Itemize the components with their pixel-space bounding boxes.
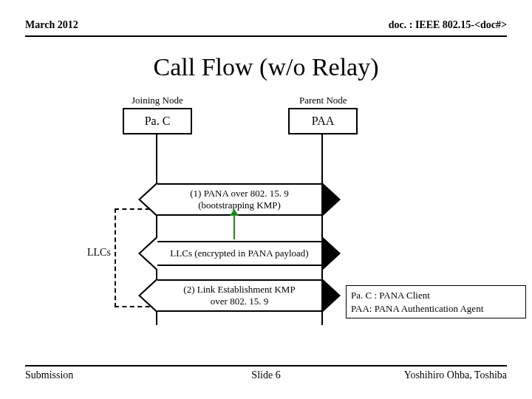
parent-node-label: Parent Node: [299, 95, 347, 106]
footer-center: Slide 6: [25, 369, 507, 381]
pac-box-text: Pa. C: [145, 115, 171, 128]
footer-rule: [25, 365, 507, 366]
legend-paa: PAA: PANA Authentication Agent: [351, 302, 521, 316]
llcs-label: LLCs: [87, 247, 111, 259]
slide: March 2012 doc. : IEEE 802.15-<doc#> Cal…: [0, 0, 532, 399]
pac-box: Pa. C: [123, 108, 192, 134]
joining-node-label: Joining Node: [132, 95, 183, 106]
header-rule: [25, 35, 507, 37]
legend-pac: Pa. C : PANA Client: [351, 289, 521, 302]
header-date: March 2012: [25, 19, 78, 31]
paa-box: PAA: [288, 108, 358, 134]
arrow-llcs-encrypted: LLCs (encrypted in PANA payload): [157, 241, 321, 266]
paa-box-text: PAA: [312, 115, 335, 128]
arrow-link-kmp: (2) Link Establishment KMP over 802. 15.…: [157, 279, 321, 312]
arrow-llcs-encrypted-text: LLCs (encrypted in PANA payload): [170, 248, 308, 259]
arrow-link-kmp-text: (2) Link Establishment KMP over 802. 15.…: [183, 284, 295, 307]
arrow-pana-bootstrap-text: (1) PANA over 802. 15. 9 (bootstrapping …: [190, 188, 289, 211]
footer: Submission Slide 6 Yoshihiro Ohba, Toshi…: [25, 369, 507, 381]
header-doc: doc. : IEEE 802.15-<doc#>: [389, 19, 507, 31]
arrow-pana-bootstrap: (1) PANA over 802. 15. 9 (bootstrapping …: [157, 183, 321, 216]
legend-box: Pa. C : PANA Client PAA: PANA Authentica…: [346, 285, 526, 318]
green-pointer-icon: [233, 214, 235, 239]
slide-title: Call Flow (w/o Relay): [0, 53, 532, 81]
header: March 2012 doc. : IEEE 802.15-<doc#>: [25, 19, 507, 31]
